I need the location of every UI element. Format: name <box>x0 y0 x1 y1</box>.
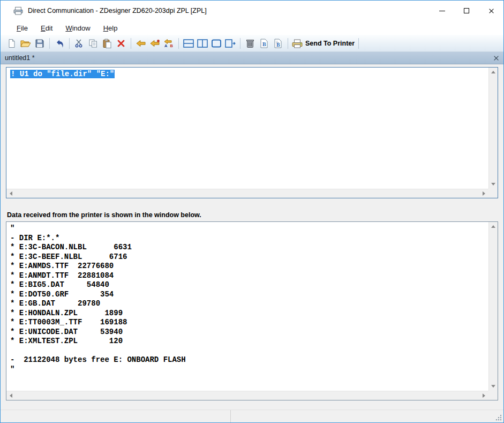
maximize-button[interactable] <box>454 1 479 21</box>
toolbar-separator <box>358 38 359 49</box>
menu-help-label: elp <box>108 24 117 32</box>
scroll-left-icon[interactable] <box>6 391 16 400</box>
scroll-up-icon[interactable] <box>489 222 498 231</box>
received-horizontal-scrollbar[interactable] <box>6 391 488 400</box>
toolbar-separator <box>131 38 131 49</box>
find-next-button[interactable] <box>148 36 162 50</box>
replace-icon: AB <box>163 39 174 48</box>
minimize-button[interactable] <box>430 1 454 21</box>
paste-icon <box>102 39 112 48</box>
split-vertical-button[interactable] <box>195 36 209 50</box>
toolbar-separator <box>288 38 288 49</box>
menu-edit-shortcut: E <box>41 24 46 32</box>
open-file-icon <box>20 39 31 48</box>
command-editor-panel: ! U1 do "file.dir" "E:" <box>6 67 498 198</box>
toolbar-separator <box>49 38 50 49</box>
title-bar: Direct Communication - ZDesigner ZD620-2… <box>1 1 503 21</box>
paste-button[interactable] <box>100 36 114 50</box>
send-to-printer-label: Send To Printer <box>305 40 355 47</box>
svg-text:B: B <box>170 43 174 48</box>
cut-icon <box>74 39 84 48</box>
menu-file-label: ile <box>21 24 28 32</box>
tab-close-button[interactable] <box>493 55 499 61</box>
find-button[interactable] <box>134 36 148 50</box>
scrollbar-corner <box>488 391 498 400</box>
split-horizontal-button[interactable] <box>182 36 195 50</box>
resize-grip[interactable] <box>495 414 502 421</box>
svg-text:A: A <box>164 43 168 48</box>
scroll-right-icon[interactable] <box>479 189 488 198</box>
copy-icon <box>88 39 98 48</box>
menu-help[interactable]: Help <box>97 23 124 34</box>
send-to-printer-button[interactable]: Send To Printer <box>291 36 356 50</box>
menu-bar: File Edit Window Help <box>1 21 503 35</box>
toolbar-separator <box>240 38 240 49</box>
printer-icon <box>292 39 303 48</box>
close-icon <box>493 55 499 61</box>
scroll-left-icon[interactable] <box>6 189 16 198</box>
editor-horizontal-scrollbar[interactable] <box>6 189 488 198</box>
save-button[interactable] <box>33 36 47 50</box>
status-panel-right <box>231 410 503 422</box>
clear-buffer-button[interactable] <box>243 36 257 50</box>
menu-window-label: indow <box>72 24 91 32</box>
svg-text:B: B <box>276 42 280 48</box>
close-icon <box>488 8 494 14</box>
document-tab-bar: untitled1 * <box>1 52 503 64</box>
app-printer-icon <box>13 6 23 15</box>
toolbar-separator <box>69 38 70 49</box>
undo-button[interactable] <box>52 36 66 50</box>
new-button[interactable] <box>5 36 19 50</box>
replace-button[interactable]: AB <box>162 36 176 50</box>
toolbar: AB B B Send To Printer <box>1 35 503 52</box>
menu-file[interactable]: File <box>10 23 34 34</box>
menu-window-shortcut: W <box>65 24 72 32</box>
main-content: ! U1 do "file.dir" "E:" Data received fr… <box>1 64 503 410</box>
find-next-icon <box>149 39 160 48</box>
delete-button[interactable] <box>114 36 128 50</box>
status-panel-left <box>1 410 231 422</box>
cut-button[interactable] <box>72 36 86 50</box>
single-window-icon <box>211 39 222 48</box>
split-vertical-icon <box>197 39 208 48</box>
log-document-alt-button[interactable]: B <box>271 36 285 50</box>
scrollbar-corner <box>488 189 498 198</box>
editor-vertical-scrollbar[interactable] <box>488 68 498 189</box>
menu-edit-label: dit <box>46 24 53 32</box>
scroll-down-icon[interactable] <box>489 180 498 189</box>
maximize-icon <box>464 8 469 13</box>
scroll-right-icon[interactable] <box>479 391 488 400</box>
log-document-icon: B <box>260 39 268 48</box>
save-icon <box>35 39 44 48</box>
log-document-alt-icon: B <box>274 39 282 48</box>
received-data-text[interactable]: " - DIR E:*.* * E:3C-BACON.NLBL 6631 * E… <box>6 222 488 391</box>
received-vertical-scrollbar[interactable] <box>488 222 498 391</box>
selected-command-text: ! U1 do "file.dir" "E:" <box>10 70 115 78</box>
new-document-icon <box>7 39 17 48</box>
tab-untitled1[interactable]: untitled1 * <box>5 54 35 62</box>
svg-text:B: B <box>262 41 266 47</box>
menu-window[interactable]: Window <box>59 23 96 34</box>
new-window-button[interactable] <box>223 36 237 50</box>
undo-icon <box>55 39 64 48</box>
trash-icon <box>246 39 254 48</box>
window-title: Direct Communication - ZDesigner ZD620-2… <box>28 7 207 14</box>
close-button[interactable] <box>479 1 503 21</box>
open-button[interactable] <box>19 36 33 50</box>
log-document-button[interactable]: B <box>257 36 271 50</box>
received-data-label: Data received from the printer is shown … <box>7 211 497 219</box>
menu-file-shortcut: F <box>17 24 21 32</box>
editor-text-area[interactable]: ! U1 do "file.dir" "E:" <box>6 68 488 189</box>
menu-edit[interactable]: Edit <box>34 23 59 34</box>
scroll-up-icon[interactable] <box>489 68 498 77</box>
scroll-down-icon[interactable] <box>489 382 498 391</box>
new-window-icon <box>225 39 236 48</box>
split-horizontal-icon <box>183 39 194 48</box>
toolbar-separator <box>178 38 179 49</box>
single-window-button[interactable] <box>209 36 223 50</box>
window-controls <box>430 1 503 21</box>
find-icon <box>136 39 146 48</box>
menu-help-shortcut: H <box>103 24 108 32</box>
copy-button[interactable] <box>86 36 100 50</box>
status-bar <box>1 410 503 422</box>
